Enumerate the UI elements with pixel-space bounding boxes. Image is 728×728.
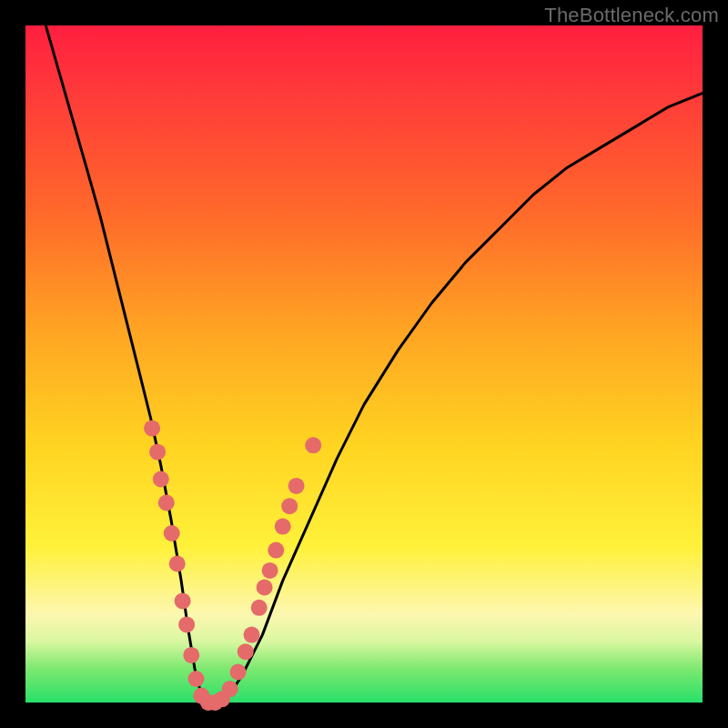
watermark-text: TheBottleneck.com — [544, 4, 719, 27]
data-point — [230, 664, 247, 681]
data-point — [305, 437, 321, 453]
bottleneck-curve — [25, 25, 703, 703]
data-point — [288, 478, 305, 494]
data-point — [169, 556, 186, 572]
data-point — [144, 420, 160, 437]
data-point — [244, 627, 260, 643]
data-point — [275, 519, 291, 535]
data-point — [183, 647, 199, 663]
data-point — [257, 580, 273, 596]
data-point — [178, 616, 195, 632]
data-point — [268, 542, 284, 559]
data-point — [222, 681, 238, 697]
data-point — [188, 671, 205, 687]
chart-frame: TheBottleneck.com — [0, 0, 728, 728]
data-point — [281, 498, 298, 514]
data-point — [153, 471, 169, 488]
data-point — [262, 562, 278, 579]
data-point — [164, 525, 180, 541]
plot-area — [25, 25, 703, 703]
data-point — [238, 643, 254, 660]
data-point — [149, 444, 166, 460]
curve-path — [46, 25, 703, 703]
data-point — [175, 592, 191, 609]
data-point — [251, 600, 268, 616]
data-point — [158, 495, 175, 511]
